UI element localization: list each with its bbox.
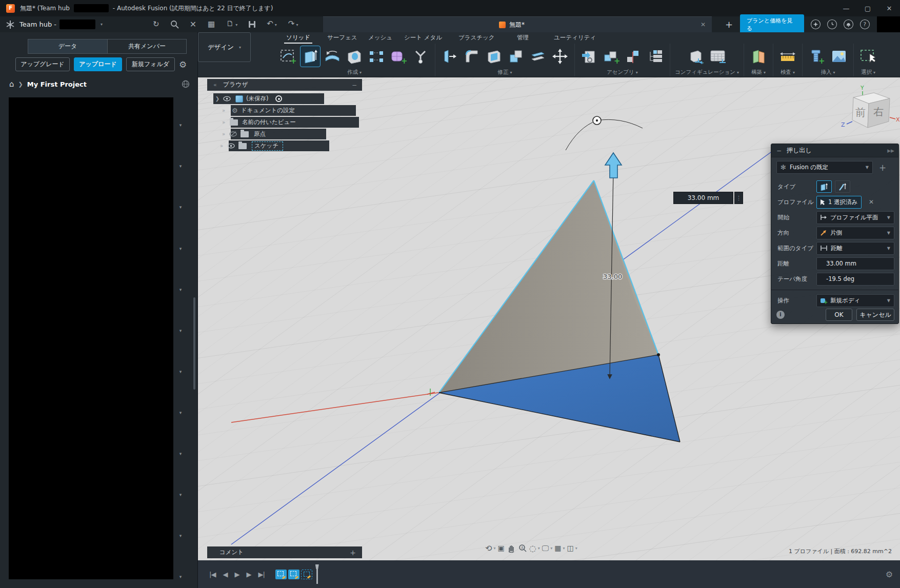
multi-view-icon[interactable]: ◫▾ xyxy=(567,544,577,552)
apps-grid-icon[interactable]: ▦ xyxy=(208,16,215,32)
minimize-panel-icon[interactable]: − xyxy=(352,82,357,89)
workspace-selector[interactable]: デザイン▾ xyxy=(198,32,251,62)
look-at-icon[interactable]: ▣ xyxy=(497,544,504,552)
configuration-button[interactable]: + xyxy=(686,46,706,67)
create-sketch-button[interactable]: + xyxy=(278,46,298,67)
comments-bar[interactable]: コメント + xyxy=(207,546,362,558)
combine-button[interactable] xyxy=(506,46,526,67)
ribbon-tab-sheet-metal[interactable]: シート メタル xyxy=(404,34,442,42)
timeline-pending-extrude-feature[interactable] xyxy=(301,570,312,579)
distance-inline-input[interactable]: 33.00 mm xyxy=(673,192,733,204)
component-tree-button[interactable] xyxy=(646,46,665,67)
timeline-go-end-button[interactable]: ▶| xyxy=(258,571,264,578)
clear-selection-icon[interactable]: ✕ xyxy=(869,198,874,206)
plans-pricing-button[interactable]: プランと価格を見る xyxy=(740,14,804,35)
view-cube[interactable]: Y 前 右 X Z xyxy=(839,84,900,137)
dialog-header[interactable]: − 押し出し ▶▶ xyxy=(771,144,898,157)
expand-chevron-icon[interactable]: » xyxy=(219,108,228,113)
ribbon-tab-plastic[interactable]: プラスチック xyxy=(458,34,495,42)
redo-icon[interactable]: ↷▾ xyxy=(288,16,298,33)
thumbnail-dropdown-arrow[interactable]: ▾ xyxy=(175,450,186,458)
project-name[interactable]: My First Project xyxy=(27,80,87,88)
visibility-eye-icon[interactable] xyxy=(227,142,235,150)
thumbnail-dropdown-arrow[interactable]: ▾ xyxy=(175,327,186,335)
fillet-button[interactable] xyxy=(462,46,482,67)
new-component-button[interactable]: + xyxy=(602,46,621,67)
dock-dialog-icon[interactable]: ▶▶ xyxy=(887,148,894,153)
sketch-name-editing[interactable]: スケッチ xyxy=(252,141,283,151)
thumbnail-dropdown-arrow[interactable]: ▾ xyxy=(175,245,186,253)
minimize-button[interactable]: — xyxy=(835,0,857,16)
thumbnail-dropdown-arrow[interactable]: ▾ xyxy=(175,409,186,417)
pattern-button[interactable] xyxy=(367,46,386,67)
hole-button[interactable] xyxy=(345,46,364,67)
thumbnail-dropdown-arrow[interactable]: ▾ xyxy=(175,121,186,130)
ribbon-tab-mesh[interactable]: メッシュ xyxy=(368,34,392,42)
thumbnail-dropdown-arrow[interactable]: ▾ xyxy=(175,162,186,171)
new-folder-button[interactable]: 新規フォルダ xyxy=(126,57,175,71)
cancel-search-icon[interactable]: ✕ xyxy=(190,16,196,32)
expand-chevron-icon[interactable]: » xyxy=(219,119,228,125)
preset-dropdown[interactable]: ✻ Fusion の既定 ▼ xyxy=(776,161,873,174)
timeline-sketch-feature-1[interactable] xyxy=(275,570,287,579)
thumbnail-dropdown-arrow[interactable]: ▾ xyxy=(175,491,186,499)
tree-row-document[interactable]: ❯ (未保存) xyxy=(213,93,324,104)
timeline-settings-gear-icon[interactable]: ⚙ xyxy=(886,570,893,579)
data-settings-gear-icon[interactable]: ⚙ xyxy=(179,59,187,70)
thumbnail-dropdown-arrow[interactable]: ▾ xyxy=(175,286,186,294)
thumbnail-dropdown-arrow[interactable]: ▾ xyxy=(175,573,186,581)
search-icon[interactable] xyxy=(170,20,179,29)
insert-derive-button[interactable] xyxy=(579,46,599,67)
refresh-icon[interactable]: ↻ xyxy=(153,16,159,32)
maximize-button[interactable]: ▢ xyxy=(857,0,878,16)
cancel-button[interactable]: キャンセル xyxy=(856,309,894,321)
expand-chevron-icon[interactable]: » xyxy=(219,131,228,137)
insert-canvas-button[interactable] xyxy=(829,46,849,67)
activate-radio[interactable] xyxy=(275,95,282,102)
timeline-go-start-button[interactable]: |◀ xyxy=(209,571,215,578)
move-copy-button[interactable] xyxy=(550,46,570,67)
add-comment-icon[interactable]: + xyxy=(350,549,356,557)
display-settings-icon[interactable]: 🖵▾ xyxy=(542,544,553,553)
press-pull-button[interactable] xyxy=(440,46,459,67)
extent-type-dropdown[interactable]: 距離 ▼ xyxy=(816,242,894,255)
document-tab[interactable]: 無題* ✕ xyxy=(323,16,712,32)
profile-selection-button[interactable]: 1 選択済み xyxy=(816,196,862,209)
extrude-button[interactable] xyxy=(301,46,320,67)
timeline-playhead[interactable] xyxy=(315,564,319,584)
distance-input[interactable]: 33.00 mm xyxy=(816,257,894,270)
taper-angle-input[interactable]: -19.5 deg xyxy=(816,273,894,286)
add-preset-button[interactable]: + xyxy=(879,163,886,173)
revolve-button[interactable] xyxy=(323,46,342,67)
select-button[interactable] xyxy=(858,46,878,67)
tab-shared-members[interactable]: 共有メンバー xyxy=(107,39,187,54)
ribbon-tab-manage[interactable]: 管理 xyxy=(517,34,529,42)
ok-button[interactable]: OK xyxy=(826,309,852,321)
viewport-3d[interactable]: 33.00 « ブラウザ − ❯ (未保存) » ⚙ ドキュメントの設定 » 名 xyxy=(198,77,900,560)
collapse-panel-icon[interactable]: « xyxy=(213,82,217,88)
thumbnail-dropdown-arrow[interactable]: ▾ xyxy=(175,368,186,376)
job-status-icon[interactable] xyxy=(827,19,837,29)
vertex-point[interactable] xyxy=(657,353,660,356)
sweep-button[interactable] xyxy=(411,46,430,67)
team-hub-dropdown-caret[interactable]: ▾ xyxy=(101,22,103,27)
insert-fastener-button[interactable]: + xyxy=(807,46,827,67)
tree-row-document-settings[interactable]: » ⚙ ドキュメントの設定 xyxy=(231,105,356,116)
fit-icon[interactable]: ◌▾ xyxy=(529,543,540,553)
timeline-play-button[interactable]: ▶ xyxy=(234,571,239,578)
help-icon[interactable]: ? xyxy=(860,19,870,29)
ribbon-tab-utilities[interactable]: ユーティリティ xyxy=(554,34,596,42)
tree-row-named-views[interactable]: » 名前の付いたビュー xyxy=(231,117,359,128)
tree-row-sketches[interactable]: » スケッチ xyxy=(229,140,329,151)
operation-dropdown[interactable]: + 新規ボディ ▼ xyxy=(816,294,894,307)
visibility-off-icon[interactable] xyxy=(229,130,237,138)
measure-button[interactable] xyxy=(778,46,797,67)
start-dropdown[interactable]: プロファイル平面 ▼ xyxy=(816,211,894,224)
close-window-button[interactable]: ✕ xyxy=(878,0,900,16)
upgrade-button[interactable]: アップグレード xyxy=(15,57,70,71)
save-icon[interactable] xyxy=(248,21,256,28)
browser-header[interactable]: « ブラウザ − xyxy=(207,79,362,91)
expand-chevron-icon[interactable]: » xyxy=(217,143,226,149)
timeline-step-back-button[interactable]: ◀ xyxy=(223,571,227,578)
upload-button[interactable]: アップロード xyxy=(74,57,122,71)
